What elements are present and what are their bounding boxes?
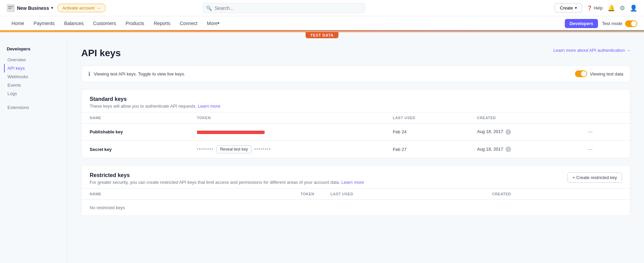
secret-key-token-wrap: •••••••• Reveal test key •••••••• bbox=[197, 145, 377, 153]
secret-key-info-icon[interactable]: i bbox=[506, 147, 511, 152]
secret-key-more-button[interactable]: ··· bbox=[586, 146, 594, 153]
search-icon: 🔍 bbox=[206, 5, 212, 11]
restricted-keys-title: Restricted keys bbox=[90, 172, 364, 178]
svg-rect-2 bbox=[8, 8, 12, 9]
test-data-banner-wrap: TEST DATA bbox=[0, 32, 644, 38]
reveal-test-key-button[interactable]: Reveal test key bbox=[216, 145, 251, 153]
info-banner-text: Viewing test API keys. Toggle to view li… bbox=[94, 71, 185, 76]
secret-key-last-used: Feb 27 bbox=[385, 140, 469, 158]
restricted-keys-header: Restricted keys For greater security, yo… bbox=[82, 166, 630, 188]
sidebar-item-api-keys-label: API keys bbox=[7, 66, 25, 71]
no-restricted-keys-text: No restricted keys bbox=[82, 200, 630, 216]
standard-keys-table: NAME TOKEN LAST USED CREATED Publishable… bbox=[82, 112, 630, 158]
top-bar: New Business ▾ Activate account → 🔍 Crea… bbox=[0, 0, 644, 16]
main-layout: Developers Overview API keys Webhooks Ev… bbox=[0, 38, 644, 263]
settings-icon[interactable]: ⚙ bbox=[620, 4, 625, 12]
secret-key-created-text: Aug 18, 2017 bbox=[477, 147, 503, 152]
content-area: API keys Learn more about API authentica… bbox=[68, 38, 644, 263]
page-header: API keys Learn more about API authentica… bbox=[81, 48, 630, 59]
brand-selector[interactable]: New Business ▾ bbox=[7, 4, 53, 12]
sidebar-item-webhooks[interactable]: Webhooks bbox=[4, 72, 67, 81]
test-mode-toggle[interactable] bbox=[625, 20, 637, 27]
col-token: TOKEN bbox=[189, 112, 385, 124]
test-mode-label: Test mode bbox=[602, 21, 622, 26]
sidebar-item-logs-label: Logs bbox=[7, 91, 17, 96]
nav-bar: Home Payments Balances Customers Product… bbox=[0, 16, 644, 31]
secret-key-name: Secret key bbox=[90, 147, 112, 152]
sidebar-item-overview[interactable]: Overview bbox=[4, 56, 67, 64]
restricted-keys-desc: For greater security, you can create res… bbox=[90, 180, 364, 185]
secret-key-last-used-text: Feb 27 bbox=[393, 147, 406, 152]
col-actions bbox=[578, 112, 630, 124]
more-chevron-icon: ▾ bbox=[218, 21, 220, 25]
standard-keys-desc: These keys will allow you to authenticat… bbox=[90, 104, 622, 109]
test-data-badge: TEST DATA bbox=[306, 32, 338, 38]
restricted-col-created: CREATED bbox=[484, 189, 630, 200]
create-restricted-key-button[interactable]: + Create restricted key bbox=[568, 172, 622, 183]
nav-item-customers[interactable]: Customers bbox=[88, 16, 121, 31]
sidebar: Developers Overview API keys Webhooks Ev… bbox=[0, 38, 68, 263]
viewing-test-data-label: Viewing test data bbox=[590, 71, 623, 76]
help-button[interactable]: ❓ Help bbox=[587, 5, 603, 10]
sidebar-title: Developers bbox=[7, 46, 67, 51]
brand-icon bbox=[7, 4, 15, 12]
table-row: Secret key •••••••• Reveal test key ••••… bbox=[82, 140, 630, 158]
nav-item-reports[interactable]: Reports bbox=[149, 16, 175, 31]
nav-right: Developers Test mode bbox=[565, 19, 637, 28]
profile-icon[interactable]: 👤 bbox=[630, 4, 637, 12]
svg-rect-1 bbox=[8, 6, 14, 7]
standard-keys-desc-text: These keys will allow you to authenticat… bbox=[90, 104, 197, 109]
info-banner: ℹ Viewing test API keys. Toggle to view … bbox=[81, 65, 630, 82]
nav-item-more[interactable]: More ▾ bbox=[202, 16, 224, 31]
publishable-key-last-used-text: Feb 24 bbox=[393, 129, 406, 134]
developers-button[interactable]: Developers bbox=[565, 19, 598, 28]
sidebar-item-events[interactable]: Events bbox=[4, 81, 67, 89]
help-label: Help bbox=[594, 5, 603, 10]
secret-key-dots-right: •••••••• bbox=[254, 147, 271, 152]
restricted-col-last-used: LAST USED bbox=[323, 189, 484, 200]
test-mode-toggle-wrap: Test mode bbox=[602, 20, 637, 27]
restricted-col-name: NAME bbox=[82, 189, 198, 200]
publishable-key-created: Aug 18, 2017 i bbox=[469, 124, 578, 140]
standard-keys-card: Standard keys These keys will allow you … bbox=[81, 89, 630, 158]
nav-item-balances[interactable]: Balances bbox=[60, 16, 89, 31]
publishable-key-name: Publishable key bbox=[90, 129, 123, 134]
nav-item-home[interactable]: Home bbox=[7, 16, 29, 31]
col-last-used: LAST USED bbox=[385, 112, 469, 124]
activate-arrow: → bbox=[96, 5, 101, 10]
publishable-key-info-icon[interactable]: i bbox=[506, 129, 511, 135]
create-label: Create bbox=[560, 5, 573, 10]
sidebar-item-extensions-label: Extensions bbox=[7, 105, 29, 110]
standard-keys-learn-more-link[interactable]: Learn more bbox=[198, 104, 220, 109]
secret-key-dots-left: •••••••• bbox=[197, 147, 214, 152]
restricted-keys-desc-text: For greater security, you can create res… bbox=[90, 180, 340, 185]
nav-item-products[interactable]: Products bbox=[121, 16, 149, 31]
sidebar-item-webhooks-label: Webhooks bbox=[7, 74, 28, 79]
restricted-keys-card: Restricted keys For greater security, yo… bbox=[81, 165, 630, 216]
sidebar-item-overview-label: Overview bbox=[7, 57, 26, 62]
publishable-key-more-button[interactable]: ··· bbox=[586, 128, 594, 135]
brand-chevron-icon: ▾ bbox=[51, 6, 53, 10]
search-input[interactable] bbox=[203, 3, 365, 13]
standard-keys-table-header-row: NAME TOKEN LAST USED CREATED bbox=[82, 112, 630, 124]
restricted-keys-header-text: Restricted keys For greater security, yo… bbox=[90, 172, 364, 185]
create-button[interactable]: Create ▾ bbox=[555, 3, 582, 13]
notifications-icon[interactable]: 🔔 bbox=[607, 4, 615, 12]
secret-key-created: Aug 18, 2017 i bbox=[469, 140, 578, 158]
create-chevron-icon: ▾ bbox=[575, 6, 577, 10]
search-bar: 🔍 bbox=[203, 3, 365, 13]
sidebar-item-extensions[interactable]: Extensions bbox=[4, 103, 67, 112]
viewing-test-data-toggle[interactable] bbox=[575, 70, 587, 77]
publishable-key-created-text: Aug 18, 2017 bbox=[477, 129, 503, 134]
sidebar-item-api-keys[interactable]: API keys bbox=[4, 64, 67, 72]
publishable-key-last-used: Feb 24 bbox=[385, 124, 469, 140]
activate-label: Activate account bbox=[62, 5, 94, 10]
nav-item-connect[interactable]: Connect bbox=[175, 16, 202, 31]
sidebar-item-logs[interactable]: Logs bbox=[4, 89, 67, 98]
nav-item-payments[interactable]: Payments bbox=[29, 16, 59, 31]
activate-account-button[interactable]: Activate account → bbox=[57, 4, 106, 12]
info-banner-left: ℹ Viewing test API keys. Toggle to view … bbox=[88, 71, 185, 77]
restricted-keys-learn-more-link[interactable]: Learn more bbox=[341, 180, 364, 185]
restricted-col-token: TOKEN bbox=[198, 189, 323, 200]
learn-more-api-auth-link[interactable]: Learn more about API authentication → bbox=[553, 48, 630, 53]
